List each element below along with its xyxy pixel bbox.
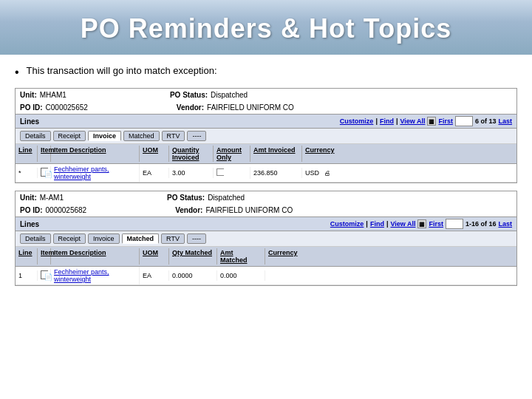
po2-col-desc: Item Description	[51, 248, 140, 265]
po2-unit-label: Unit:	[20, 194, 37, 202]
po1-viewall-link[interactable]: View All	[400, 117, 425, 125]
amount-only-checkbox[interactable]	[216, 168, 224, 176]
po1-status-value: Dispatched	[211, 91, 248, 99]
table-row: 1 📄 Fechheimer pants, winterweight EA 0.…	[16, 267, 516, 285]
po1-col-desc: Item Description	[51, 146, 140, 162]
po1-last-link[interactable]: Last	[498, 117, 512, 125]
po2-vendor-value: FAIRFIELD UNIFORM CO	[205, 206, 293, 214]
po2-poid: PO ID: 0000025682	[20, 206, 86, 214]
po2-page-input[interactable]	[446, 219, 463, 229]
po1-row1-amtinv: 236.850	[250, 168, 302, 178]
po1-tab-extra[interactable]: ----	[187, 131, 206, 141]
po1-page-input[interactable]	[455, 116, 473, 126]
po1-row1-uom: EA	[140, 168, 169, 178]
po2-tab-rtv[interactable]: RTV	[161, 233, 185, 244]
po1-info-row2: PO ID: C000025652 Vendor: FAIRFIELD UNIF…	[16, 101, 516, 114]
po2-tab-receipt[interactable]: Receipt	[53, 233, 86, 244]
po2-row1-desc-link[interactable]: Fechheimer pants, winterweight	[54, 268, 109, 283]
po1-first-link[interactable]: First	[438, 117, 453, 125]
po2-info-row2: PO ID: 0000025682 Vendor: FAIRFIELD UNIF…	[16, 204, 516, 216]
po2-unit: Unit: M-AM1	[20, 194, 64, 202]
page-title: PO Reminders & Hot Topics	[22, 13, 510, 44]
po2-poid-value: 0000025682	[46, 206, 87, 214]
po1-row1-qty: 3.00	[169, 168, 214, 178]
po2-tab-extra[interactable]: ----	[187, 233, 206, 244]
po2-row1-item-icon: 📄	[38, 269, 51, 282]
po1-tab-receipt[interactable]: Receipt	[53, 131, 86, 141]
po2-status: PO Status: Dispatched	[167, 194, 245, 202]
po2-row1-amt-matched: 0.000	[217, 270, 265, 281]
po2-status-value: Dispatched	[208, 194, 245, 202]
po-block-1: Unit: MHAM1 PO Status: Dispatched PO ID:…	[15, 88, 517, 183]
intro-text: This transaction will go into match exce…	[27, 65, 217, 76]
po1-tab-invoice[interactable]: Invoice	[88, 131, 121, 141]
po1-tabs: Details Receipt Invoice Matched RTV ----	[16, 129, 516, 144]
intro-bullet: • This transaction will go into match ex…	[15, 65, 517, 79]
po1-col-line: Line	[16, 146, 38, 162]
po2-last-link[interactable]: Last	[498, 220, 512, 228]
po2-row1-qty-matched: 0.0000	[169, 270, 217, 281]
po2-row1-currency	[265, 274, 306, 277]
po1-row1-amtonly	[214, 167, 250, 179]
po2-info-row1: Unit: M-AM1 PO Status: Dispatched	[16, 191, 516, 204]
po1-tab-matched[interactable]: Matched	[123, 131, 160, 141]
po1-grid-icon: ▦	[427, 117, 436, 126]
po2-col-line: Line	[16, 248, 38, 265]
main-content: • This transaction will go into match ex…	[0, 55, 532, 304]
po1-customize-link[interactable]: Customize	[340, 117, 374, 125]
po1-tab-rtv[interactable]: RTV	[162, 131, 185, 141]
po2-customize-link[interactable]: Customize	[330, 220, 364, 228]
po2-lines-section: Lines Customize | Find | View All ▦ Firs…	[16, 216, 516, 285]
po2-col-item: Item	[38, 248, 51, 265]
po2-row1-uom: EA	[140, 270, 169, 281]
po2-grid-icon: ▦	[417, 219, 426, 228]
po1-row1-desc-link[interactable]: Fechheimer pants, winterweight	[54, 166, 109, 180]
po2-lines-header: Lines Customize | Find | View All ▦ Firs…	[16, 217, 516, 231]
po1-col-amt-inv: Amt Invoiced	[250, 146, 302, 162]
po2-status-label: PO Status:	[167, 194, 205, 202]
doc-icon: 📄	[41, 270, 48, 279]
po1-col-item: Item	[38, 146, 51, 162]
po1-status: PO Status: Dispatched	[170, 91, 248, 99]
po2-grid-header: Line Item Item Description UOM Qty Match…	[16, 247, 516, 267]
po1-find-link[interactable]: Find	[380, 117, 394, 125]
po2-tabs: Details Receipt Invoice Matched RTV ----	[16, 231, 516, 247]
po1-grid: Line Item Item Description UOM Quantity …	[16, 144, 516, 183]
po2-viewall-link[interactable]: View All	[390, 220, 415, 228]
po1-vendor-label: Vendor:	[177, 103, 204, 112]
po1-vendor: Vendor: FAIRFIELD UNIFORM CO	[177, 103, 294, 112]
po1-row1-currency: USD 🖨	[302, 168, 343, 178]
table-row: * 📄 Fechheimer pants, winterweight EA 3.…	[16, 164, 516, 183]
po2-tab-invoice[interactable]: Invoice	[88, 233, 120, 244]
po2-first-link[interactable]: First	[429, 220, 443, 228]
po2-nav-pages: 1-16 of 16	[466, 220, 497, 228]
po2-row1-line: 1	[16, 270, 38, 281]
po1-lines-label: Lines	[20, 117, 39, 126]
po1-poid-value: C000025652	[46, 103, 88, 112]
po1-grid-header: Line Item Item Description UOM Quantity …	[16, 144, 516, 164]
po1-col-uom: UOM	[140, 146, 169, 162]
po2-poid-label: PO ID:	[20, 206, 43, 214]
po1-lines-section: Lines Customize | Find | View All ▦ Firs…	[16, 114, 516, 183]
po2-tab-matched[interactable]: Matched	[122, 233, 160, 244]
po1-lines-header: Lines Customize | Find | View All ▦ Firs…	[16, 115, 516, 129]
po1-tab-details[interactable]: Details	[20, 131, 51, 141]
po2-vendor-label: Vendor:	[175, 206, 202, 214]
po1-info-row1: Unit: MHAM1 PO Status: Dispatched	[16, 89, 516, 101]
po2-vendor: Vendor: FAIRFIELD UNIFORM CO	[175, 206, 293, 214]
po-block-2: Unit: M-AM1 PO Status: Dispatched PO ID:…	[15, 191, 517, 286]
po1-unit: Unit: MHAM1	[20, 91, 66, 99]
po1-poid-label: PO ID:	[20, 103, 43, 112]
po1-row1-item-icon: 📄	[38, 166, 51, 180]
po2-unit-value: M-AM1	[40, 194, 64, 202]
po1-poid: PO ID: C000025652	[20, 103, 88, 112]
po2-col-amt-matched: Amt Matched	[217, 248, 265, 265]
po1-col-amt-only: Amount Only	[214, 146, 250, 162]
po2-find-link[interactable]: Find	[370, 220, 384, 228]
po1-col-qty: Quantity Invoiced	[169, 146, 214, 162]
po1-unit-value: MHAM1	[40, 91, 66, 99]
po2-tab-details[interactable]: Details	[20, 233, 51, 244]
po2-grid: Line Item Item Description UOM Qty Match…	[16, 247, 516, 285]
po2-col-currency: Currency	[265, 248, 306, 265]
po2-nav: Customize | Find | View All ▦ First 1-16…	[330, 219, 512, 229]
